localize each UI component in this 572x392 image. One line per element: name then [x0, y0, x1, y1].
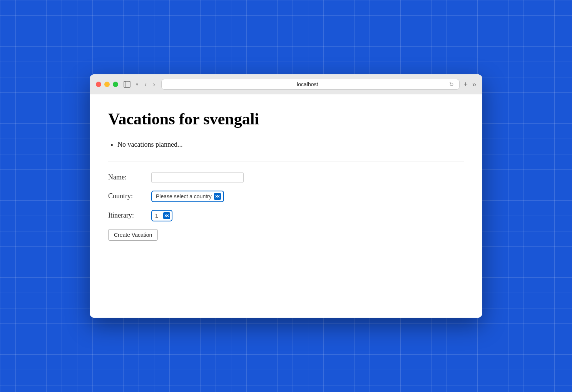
browser-window: ▾ ‹ › localhost ↻ + » Vacations for sven… — [90, 74, 482, 318]
close-button[interactable] — [96, 82, 101, 87]
address-bar-container: localhost ↻ — [161, 79, 460, 90]
sidebar-toggle[interactable] — [124, 81, 130, 88]
minimize-button[interactable] — [104, 82, 110, 87]
name-input[interactable] — [151, 172, 244, 183]
toolbar-actions: + » — [463, 81, 476, 88]
nav-buttons: ‹ › — [142, 80, 157, 89]
browser-content: Vacations for svengali No vacations plan… — [90, 94, 482, 318]
svg-rect-0 — [124, 81, 130, 87]
country-row: Country: Please select a country United … — [108, 191, 464, 202]
no-vacations-message: No vacations planned... — [117, 139, 464, 150]
create-vacation-button[interactable]: Create Vacation — [108, 229, 158, 241]
itinerary-select[interactable]: 1 2 3 4 5 — [151, 210, 172, 221]
browser-toolbar: ▾ ‹ › localhost ↻ + » — [90, 74, 482, 94]
page-title: Vacations for svengali — [108, 110, 464, 128]
maximize-button[interactable] — [113, 82, 118, 87]
name-row: Name: — [108, 172, 464, 183]
name-label: Name: — [108, 173, 147, 181]
overflow-button[interactable]: » — [472, 81, 476, 88]
submit-row: Create Vacation — [108, 229, 464, 241]
divider — [108, 161, 464, 161]
address-bar[interactable]: localhost ↻ — [161, 79, 460, 90]
forward-button[interactable]: › — [151, 80, 157, 89]
country-select[interactable]: Please select a country United States Un… — [151, 191, 224, 202]
new-tab-button[interactable]: + — [463, 81, 468, 88]
vacations-list: No vacations planned... — [117, 139, 464, 150]
url-text: localhost — [166, 81, 448, 87]
itinerary-label: Itinerary: — [108, 211, 147, 219]
traffic-lights — [96, 82, 118, 87]
reload-button[interactable]: ↻ — [448, 81, 455, 87]
itinerary-row: Itinerary: 1 2 3 4 5 — [108, 210, 464, 221]
country-label: Country: — [108, 192, 147, 200]
sidebar-chevron-icon: ▾ — [136, 82, 138, 87]
vacation-form: Name: Country: Please select a country U… — [108, 172, 464, 241]
back-button[interactable]: ‹ — [142, 80, 149, 89]
